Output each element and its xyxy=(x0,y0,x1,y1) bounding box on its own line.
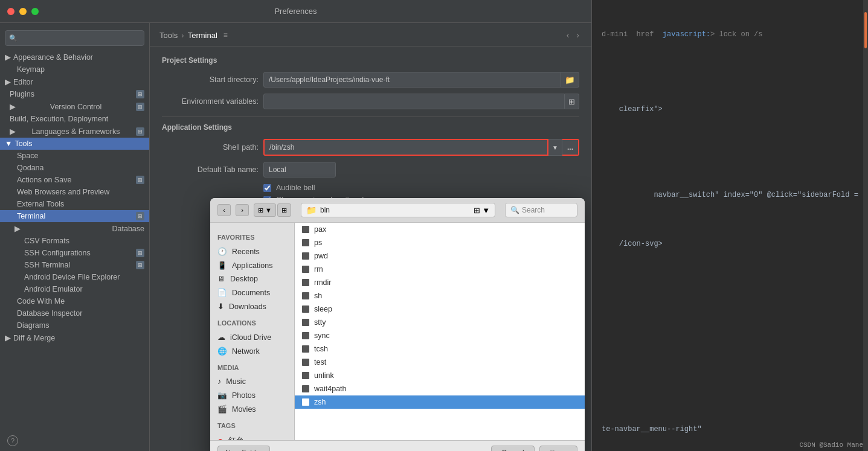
fp-sidebar-network[interactable]: 🌐 Network xyxy=(210,344,294,358)
fp-search-box[interactable]: 🔍 Search xyxy=(505,203,577,217)
fp-file-name: rm xyxy=(314,265,323,273)
fp-sidebar-movies-label: Movies xyxy=(232,405,256,414)
fp-sidebar-tag-red[interactable]: ● 红色 xyxy=(210,433,294,440)
fp-forward-button[interactable]: › xyxy=(236,204,249,216)
sidebar-item-ssh-terminal[interactable]: SSH Terminal ⊞ xyxy=(0,259,149,271)
sidebar-item-qodana[interactable]: Qodana xyxy=(0,162,149,174)
file-icon xyxy=(302,252,309,260)
fp-back-button[interactable]: ‹ xyxy=(217,204,231,216)
audible-bell-checkbox[interactable] xyxy=(263,184,271,192)
fp-cancel-button[interactable]: Cancel xyxy=(491,446,534,451)
fp-file-wait4path[interactable]: wait4path xyxy=(295,382,585,395)
dialog-title: Preferences xyxy=(274,7,317,16)
maximize-button[interactable] xyxy=(31,8,39,15)
sidebar-item-android-device[interactable]: Android Device File Explorer xyxy=(0,271,149,283)
fp-open-button[interactable]: Open xyxy=(539,446,577,451)
forward-button[interactable]: › xyxy=(574,29,582,41)
sidebar-item-diff-merge[interactable]: ▶ Diff & Merge xyxy=(0,331,149,344)
shell-path-browse-button[interactable]: ... xyxy=(562,139,579,156)
content-header: Tools › Terminal ≡ ‹ › xyxy=(150,23,591,46)
minimize-button[interactable] xyxy=(19,8,27,15)
fp-media-label: Media xyxy=(210,363,294,373)
fp-file-rmdir[interactable]: rmdir xyxy=(295,276,585,289)
close-button[interactable] xyxy=(7,8,14,15)
fp-file-zsh[interactable]: zsh xyxy=(295,395,585,409)
sidebar-item-build[interactable]: Build, Execution, Deployment xyxy=(0,113,149,125)
start-directory-input[interactable] xyxy=(263,72,561,88)
sidebar-item-diagrams[interactable]: Diagrams xyxy=(0,319,149,331)
fp-file-sh[interactable]: sh xyxy=(295,289,585,302)
editor-scrollbar[interactable] xyxy=(863,0,868,451)
fp-file-sleep[interactable]: sleep xyxy=(295,302,585,316)
sidebar-item-terminal[interactable]: Terminal ⊞ xyxy=(0,210,149,222)
sidebar-item-actions-on-save[interactable]: Actions on Save ⊞ xyxy=(0,174,149,186)
fp-sidebar-movies[interactable]: 🎬 Movies xyxy=(210,402,294,416)
editor-line: navbar__switch" index="0" @click="sideba… xyxy=(602,177,858,214)
fp-sidebar-recents[interactable]: 🕐 Recents xyxy=(210,245,294,258)
fp-sidebar-documents[interactable]: 📄 Documents xyxy=(210,286,294,299)
sidebar-item-label: Actions on Save xyxy=(17,176,71,184)
fp-file-ps[interactable]: ps xyxy=(295,236,585,249)
sidebar-item-version-control[interactable]: ▶ Version Control ⊞ xyxy=(0,100,149,113)
shell-path-row: Shell path: ▼ ... xyxy=(162,139,579,156)
fp-sidebar-icloud[interactable]: ☁ iCloud Drive xyxy=(210,330,294,344)
fp-file-test[interactable]: test xyxy=(295,356,585,369)
sidebar-item-label: Web Browsers and Preview xyxy=(17,188,109,196)
env-variables-input[interactable] xyxy=(263,94,565,109)
fp-file-sync[interactable]: sync xyxy=(295,329,585,342)
scrollbar-thumb[interactable] xyxy=(864,12,867,48)
fp-sidebar-applications[interactable]: 📱 Applications xyxy=(210,258,294,272)
back-button[interactable]: ‹ xyxy=(564,29,572,41)
editor-line: d-mini href javascript:> lock on /s xyxy=(602,28,858,42)
sidebar-item-web-browsers[interactable]: Web Browsers and Preview xyxy=(0,186,149,198)
fp-file-unlink[interactable]: unlink xyxy=(295,369,585,382)
fp-sidebar-music[interactable]: ♪ Music xyxy=(210,375,294,388)
sidebar-item-label: Space xyxy=(17,152,38,160)
fp-file-tcsh[interactable]: tcsh xyxy=(295,342,585,356)
fp-file-pax[interactable]: pax xyxy=(295,223,585,236)
sidebar-item-label: SSH Configurations xyxy=(24,249,91,257)
sidebar-item-space[interactable]: Space xyxy=(0,150,149,162)
sidebar-item-label: Editor xyxy=(13,78,33,86)
search-box[interactable]: 🔍 xyxy=(5,30,144,46)
fp-file-rm[interactable]: rm xyxy=(295,263,585,276)
fp-sidebar-downloads[interactable]: ⬇ Downloads xyxy=(210,299,294,313)
sidebar-item-label: Android Device File Explorer xyxy=(24,273,120,281)
sidebar-item-languages[interactable]: ▶ Languages & Frameworks ⊞ xyxy=(0,125,149,138)
fp-new-folder-button[interactable]: New Folder xyxy=(217,446,270,451)
fp-location-bar[interactable]: 📁 bin ⊞ ▼ xyxy=(301,203,495,217)
sidebar-item-plugins[interactable]: Plugins ⊞ xyxy=(0,88,149,100)
sidebar-item-code-with-me[interactable]: Code With Me xyxy=(0,295,149,307)
sidebar-item-external-tools[interactable]: External Tools xyxy=(0,198,149,210)
sidebar-item-database-inspector[interactable]: Database Inspector xyxy=(0,307,149,319)
fp-list-view-button[interactable]: ⊞ xyxy=(277,203,291,217)
sidebar-item-tools[interactable]: ▼ Tools xyxy=(0,138,149,150)
fp-grid-view-button[interactable]: ⊞ ▼ xyxy=(254,203,276,217)
env-browse-button[interactable]: ⊞ xyxy=(565,94,579,109)
shell-path-input[interactable] xyxy=(263,139,548,156)
sidebar-item-database[interactable]: ▶ Database xyxy=(0,222,149,235)
fp-file-name: pwd xyxy=(314,252,328,260)
fp-sidebar-photos[interactable]: 📷 Photos xyxy=(210,388,294,402)
help-button[interactable]: ? xyxy=(0,430,25,451)
search-input[interactable] xyxy=(20,34,140,42)
sidebar-item-ssh-config[interactable]: SSH Configurations ⊞ xyxy=(0,247,149,259)
default-tab-input[interactable] xyxy=(263,162,336,178)
fp-sidebar-photos-label: Photos xyxy=(232,391,256,400)
sidebar-item-editor[interactable]: ▶ Editor xyxy=(0,75,149,88)
sidebar-item-android-emulator[interactable]: Android Emulator xyxy=(0,283,149,295)
start-dir-browse-button[interactable]: 📁 xyxy=(561,72,579,88)
fp-sidebar-downloads-label: Downloads xyxy=(229,302,266,311)
start-directory-label: Start directory: xyxy=(162,75,259,84)
shell-path-dropdown-button[interactable]: ▼ xyxy=(548,139,562,156)
fp-tags-label: Tags xyxy=(210,421,294,430)
sidebar-item-appearance[interactable]: ▶ Appearance & Behavior xyxy=(0,51,149,63)
downloads-icon: ⬇ xyxy=(217,302,224,311)
fp-file-pwd[interactable]: pwd xyxy=(295,249,585,263)
fp-sidebar-desktop[interactable]: 🖥 Desktop xyxy=(210,272,294,286)
sidebar-item-keymap[interactable]: Keymap xyxy=(0,63,149,75)
fp-file-name: pax xyxy=(314,225,326,234)
sidebar-item-csv[interactable]: CSV Formats xyxy=(0,235,149,247)
music-icon: ♪ xyxy=(217,377,221,386)
fp-file-stty[interactable]: stty xyxy=(295,316,585,329)
